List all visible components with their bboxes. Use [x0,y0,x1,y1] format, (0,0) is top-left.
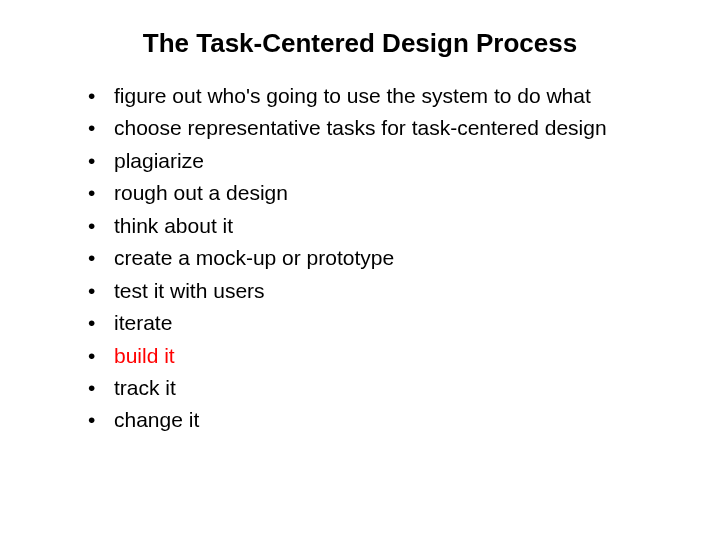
list-item: change it [88,405,660,435]
list-item: think about it [88,211,660,241]
list-item: build it [88,341,660,371]
list-item: choose representative tasks for task-cen… [88,113,660,143]
list-item: test it with users [88,276,660,306]
list-item: track it [88,373,660,403]
slide-title: The Task-Centered Design Process [60,28,660,59]
list-item: iterate [88,308,660,338]
list-item: rough out a design [88,178,660,208]
list-item: create a mock-up or prototype [88,243,660,273]
bullet-list: figure out who's going to use the system… [60,81,660,436]
list-item: figure out who's going to use the system… [88,81,660,111]
list-item: plagiarize [88,146,660,176]
